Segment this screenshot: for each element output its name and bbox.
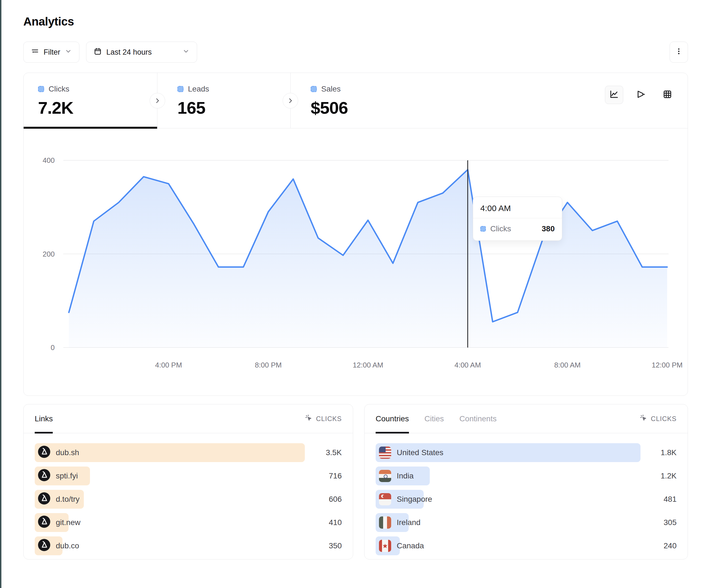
country-row-label: Canada <box>397 541 424 550</box>
country-row[interactable]: Ireland305 <box>375 513 676 532</box>
link-row[interactable]: d.to/try606 <box>35 490 342 509</box>
country-row-label: India <box>397 472 414 480</box>
svg-text:12:00 AM: 12:00 AM <box>353 361 383 369</box>
leads-legend-swatch <box>177 86 184 92</box>
link-row[interactable]: dub.sh3.5K <box>35 443 342 462</box>
line-chart-toggle[interactable] <box>605 86 623 104</box>
svg-text:400: 400 <box>43 156 55 164</box>
dub-logo-icon <box>38 492 50 506</box>
line-chart-icon <box>609 89 619 100</box>
chevron-right-icon[interactable] <box>283 93 298 109</box>
toolbar: Filter Last 24 hours <box>23 42 688 63</box>
date-range-label: Last 24 hours <box>106 48 152 56</box>
window-edge <box>0 0 1 588</box>
svg-text:4:00 AM: 4:00 AM <box>454 361 481 369</box>
country-row[interactable]: United States1.8K <box>375 443 676 462</box>
link-row[interactable]: git.new410 <box>35 513 342 532</box>
tooltip-time: 4:00 AM <box>473 197 562 218</box>
us-flag-icon <box>379 447 391 459</box>
countries-metric-selector[interactable]: CLICKS <box>640 414 676 424</box>
link-row-value: 410 <box>329 518 342 527</box>
tooltip-legend-swatch <box>480 226 486 232</box>
clicks-legend-swatch <box>38 86 44 92</box>
link-row-label: git.new <box>56 518 81 527</box>
calendar-icon <box>93 47 102 58</box>
tab-leads[interactable]: Leads 165 <box>157 73 291 128</box>
link-row-value: 716 <box>329 472 342 480</box>
links-panel-header: Links CLICKS <box>24 404 353 433</box>
chevron-down-icon <box>182 48 190 57</box>
tab-links[interactable]: Links <box>35 404 53 433</box>
clicks-tab-label: Clicks <box>48 85 69 93</box>
metric-tabs: Clicks 7.2K Leads 165 Sales $506 <box>24 73 688 129</box>
link-row-value: 350 <box>329 541 342 550</box>
tab-clicks[interactable]: Clicks 7.2K <box>24 73 157 128</box>
link-row[interactable]: spti.fyi716 <box>35 467 342 485</box>
countries-tab-label: Countries <box>375 414 409 423</box>
countries-panel: Countries Cities Continents CL <box>364 404 688 560</box>
svg-text:200: 200 <box>43 250 55 258</box>
sg-flag-icon <box>379 493 391 505</box>
links-panel: Links CLICKS dub.sh3.5Kspti.fyi716d.to/t… <box>23 404 353 560</box>
tab-continents[interactable]: Continents <box>459 404 497 433</box>
link-row-label: dub.co <box>56 541 79 550</box>
chevron-down-icon <box>65 48 72 57</box>
more-options-button[interactable] <box>670 42 688 63</box>
page-title: Analytics <box>23 15 688 28</box>
table-view-toggle[interactable] <box>658 86 676 104</box>
kebab-menu-icon <box>675 47 683 57</box>
country-row-value: 1.2K <box>661 472 676 480</box>
svg-text:8:00 PM: 8:00 PM <box>255 361 282 369</box>
sales-legend-swatch <box>311 86 317 92</box>
countries-metric-label: CLICKS <box>651 415 676 423</box>
grid-table-icon <box>663 89 672 100</box>
date-range-button[interactable]: Last 24 hours <box>86 42 197 63</box>
cities-tab-label: Cities <box>425 414 444 423</box>
clicks-time-series-plot[interactable]: 02004004:00 PM8:00 PM12:00 AM4:00 AM8:00… <box>24 129 688 395</box>
filter-button[interactable]: Filter <box>23 42 80 63</box>
continents-tab-label: Continents <box>459 414 497 423</box>
analytics-chart-card: Clicks 7.2K Leads 165 Sales $506 <box>23 73 688 396</box>
dub-logo-icon <box>38 469 50 483</box>
funnel-chart-icon <box>636 89 646 100</box>
country-row[interactable]: India1.2K <box>375 467 676 485</box>
dub-logo-icon <box>38 516 50 530</box>
link-row-value: 3.5K <box>326 448 342 457</box>
tab-countries[interactable]: Countries <box>375 404 409 433</box>
cursor-click-icon <box>640 414 647 424</box>
country-row[interactable]: Singapore481 <box>375 490 676 509</box>
funnel-chart-toggle[interactable] <box>631 86 650 104</box>
country-row-label: United States <box>397 448 444 457</box>
filter-button-label: Filter <box>44 48 60 56</box>
countries-panel-header: Countries Cities Continents CL <box>365 404 688 433</box>
ie-flag-icon <box>379 516 391 529</box>
country-row[interactable]: Canada240 <box>375 537 676 555</box>
links-metric-label: CLICKS <box>316 415 342 423</box>
country-row-label: Ireland <box>397 518 421 527</box>
sales-tab-label: Sales <box>321 85 341 93</box>
tooltip-value: 380 <box>542 224 555 233</box>
svg-text:8:00 AM: 8:00 AM <box>554 361 581 369</box>
link-row-value: 606 <box>329 495 342 504</box>
clicks-area-chart[interactable]: 02004004:00 PM8:00 PM12:00 AM4:00 AM8:00… <box>24 129 687 395</box>
countries-list: United States1.8KIndia1.2KSingapore481Ir… <box>365 433 688 555</box>
chevron-right-icon[interactable] <box>150 93 165 109</box>
cursor-click-icon <box>305 414 313 424</box>
tab-cities[interactable]: Cities <box>425 404 444 433</box>
country-row-value: 305 <box>664 518 676 527</box>
svg-text:4:00 PM: 4:00 PM <box>155 361 182 369</box>
leads-tab-value: 165 <box>177 98 290 118</box>
country-row-label: Singapore <box>397 495 432 504</box>
dub-logo-icon <box>38 446 50 460</box>
chart-type-toggles <box>605 86 676 104</box>
links-tab-label: Links <box>35 414 53 423</box>
link-row[interactable]: dub.co350 <box>35 537 342 555</box>
links-metric-selector[interactable]: CLICKS <box>305 414 342 424</box>
clicks-tab-value: 7.2K <box>38 98 157 118</box>
svg-text:12:00 PM: 12:00 PM <box>652 361 683 369</box>
tooltip-series-label: Clicks <box>490 224 511 233</box>
svg-text:0: 0 <box>51 343 55 352</box>
country-row-value: 1.8K <box>661 448 676 457</box>
leads-tab-label: Leads <box>188 85 209 93</box>
country-row-value: 240 <box>664 541 676 550</box>
